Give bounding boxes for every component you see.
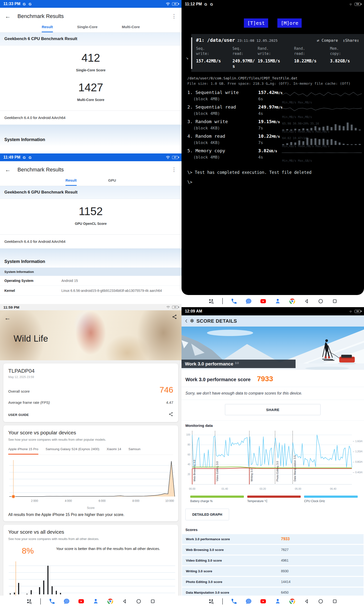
terminal-prompt: \> <box>187 180 364 185</box>
tab-result[interactable]: Result <box>42 25 53 32</box>
collapse-arrow-icon[interactable]: ↘ <box>186 55 188 60</box>
result-summary-panel: ↘ #1: /data/user 23:11:08 12.05.2025 ⇄ C… <box>191 34 364 72</box>
compare-button[interactable]: ⇄ Compare <box>317 38 338 43</box>
result-date: May 12, 2025 23:59 <box>8 375 173 379</box>
battery-percent: 43 <box>174 3 176 5</box>
device-tab[interactable]: Xiaomi 14 <box>106 447 121 455</box>
chart-x-axis-label: Score <box>8 506 173 510</box>
test-button[interactable]: [T]est <box>244 18 268 28</box>
status-bar: 11:33 PM G G 43 <box>0 0 182 8</box>
mini-chart-1: Min,MB/s Max,MB/s <box>281 90 363 105</box>
tab-multi-core[interactable]: Multi-Core <box>122 25 140 32</box>
svg-text:Writing 3.0: Writing 3.0 <box>250 469 253 481</box>
messages-app-icon[interactable] <box>245 298 252 304</box>
back-nav-icon[interactable] <box>122 598 128 604</box>
chrome-app-icon[interactable] <box>107 598 114 605</box>
status-bar: 11:49 PM G G 37 <box>0 153 182 161</box>
pcmark-hero-image: Work 3.0 performance 3.0 <box>182 327 364 370</box>
app-drawer-icon[interactable] <box>26 598 32 605</box>
device-tab[interactable]: Apple iPhone 15 Pro <box>8 447 38 455</box>
back-nav-icon[interactable] <box>304 598 310 604</box>
back-arrow-icon[interactable]: ← <box>4 314 11 322</box>
chrome-app-icon[interactable] <box>289 298 296 304</box>
device-tab[interactable]: Samsung Galaxy S24 (Exynos 2400) <box>46 447 99 455</box>
test-value: 249.97 <box>258 105 274 109</box>
score-row-value: 8930 <box>281 569 288 573</box>
chrome-app-icon[interactable] <box>289 598 296 605</box>
hero-caption-band: Work 3.0 performance 3.0 <box>182 360 296 368</box>
svg-text:Min,KB/s Mode,MB/s Max,MB/s: Min,KB/s Mode,MB/s Max,MB/s <box>282 145 330 148</box>
app-drawer-icon[interactable] <box>208 598 214 605</box>
overflow-menu-icon[interactable]: ⋮ <box>171 167 177 172</box>
share-icon[interactable] <box>169 412 173 418</box>
svg-text:6 000: 6 000 <box>99 499 105 502</box>
back-arrow-icon[interactable]: ← <box>5 13 11 19</box>
phone-app-icon[interactable] <box>231 298 237 304</box>
fps-value: 4.47 <box>166 400 173 405</box>
back-arrow-icon[interactable]: ← <box>5 167 11 173</box>
messages-app-icon[interactable] <box>63 598 70 605</box>
recents-nav-icon[interactable] <box>332 298 338 304</box>
more-button[interactable]: [M]ore <box>277 18 302 28</box>
test-name: 4. Random read <box>187 133 258 139</box>
overall-score-value: 746 <box>159 385 173 395</box>
wifi-icon <box>349 310 353 313</box>
youtube-app-icon[interactable] <box>260 298 266 304</box>
home-nav-icon[interactable] <box>136 598 142 604</box>
contacts-app-icon[interactable] <box>274 298 281 304</box>
score-row-label: Web Browsing 3.0 score <box>182 548 281 552</box>
home-nav-icon[interactable] <box>318 598 324 604</box>
score-table-row: Web Browsing 3.0 score7627 <box>182 545 364 554</box>
phone-app-icon[interactable] <box>231 598 237 605</box>
taskbar <box>182 295 364 307</box>
back-chevron-icon[interactable] <box>184 318 189 323</box>
svg-text:20: 20 <box>188 473 191 476</box>
svg-text:60: 60 <box>188 453 191 456</box>
score-label: Multi-Core Score <box>0 98 182 102</box>
messages-app-icon[interactable] <box>245 598 252 605</box>
performance-score-value: 7933 <box>257 375 273 383</box>
summary-column: Rand.read:10.22MB/s <box>294 46 330 69</box>
svg-text:Min,KB/s Mode,MB/s Max,MB/s: Min,KB/s Mode,MB/s Max,MB/s <box>282 130 330 133</box>
scores-table: Work 3.0 performance score7933Web Browsi… <box>182 534 364 597</box>
score-blocks: 1152GPU OpenCL Score <box>0 199 182 225</box>
share-button[interactable]: ↥Share↥ <box>343 38 359 43</box>
test-value: 3.82 <box>258 148 269 153</box>
recents-nav-icon[interactable] <box>332 598 338 604</box>
tab-single-core[interactable]: Single-Core <box>77 25 98 32</box>
back-nav-icon[interactable] <box>304 298 310 304</box>
home-nav-icon[interactable] <box>318 298 324 304</box>
score-table-row: Video Editing 3.0 score4961 <box>182 555 364 565</box>
svg-text:8 000: 8 000 <box>132 499 139 502</box>
svg-text:01.40: 01.40 <box>221 487 228 490</box>
svg-text:05.00: 05.00 <box>295 487 301 490</box>
summary-column: Seq.read:249.97MB/s <box>233 46 258 69</box>
recents-nav-icon[interactable] <box>150 598 156 604</box>
youtube-app-icon[interactable] <box>78 598 84 605</box>
test-unit: MB/s <box>272 120 280 124</box>
test-duration: 7s <box>258 140 263 145</box>
youtube-app-icon[interactable] <box>260 598 266 605</box>
app-drawer-icon[interactable] <box>208 298 214 304</box>
test-block-size: (block 4MB) <box>187 111 258 116</box>
wifi-icon <box>166 306 170 309</box>
tab-result[interactable]: Result <box>65 178 77 186</box>
score-row-label: Work 3.0 performance score <box>182 537 281 541</box>
share-icon[interactable] <box>172 314 177 320</box>
contacts-app-icon[interactable] <box>92 598 99 605</box>
score-row-label: Video Editing 3.0 score <box>182 559 281 562</box>
overflow-menu-icon[interactable]: ⋮ <box>171 13 177 19</box>
summary-header: Rand.write: <box>258 46 294 56</box>
share-button[interactable]: SHARE <box>225 404 321 415</box>
phone-app-icon[interactable] <box>49 598 55 605</box>
detailed-graph-button[interactable]: DETAILED GRAPH <box>185 509 229 520</box>
test-block-size: (block 4KB) <box>187 140 258 145</box>
taskbar <box>0 595 182 607</box>
user-guide-link[interactable]: USER GUIDE <box>8 413 29 417</box>
battery-icon: 35 <box>172 306 178 309</box>
all-devices-histogram <box>8 560 173 598</box>
test-value: 10.22 <box>258 133 272 139</box>
tab-gpu[interactable]: GPU <box>108 178 116 186</box>
device-tab[interactable]: Samsun <box>128 447 141 455</box>
contacts-app-icon[interactable] <box>274 598 281 605</box>
